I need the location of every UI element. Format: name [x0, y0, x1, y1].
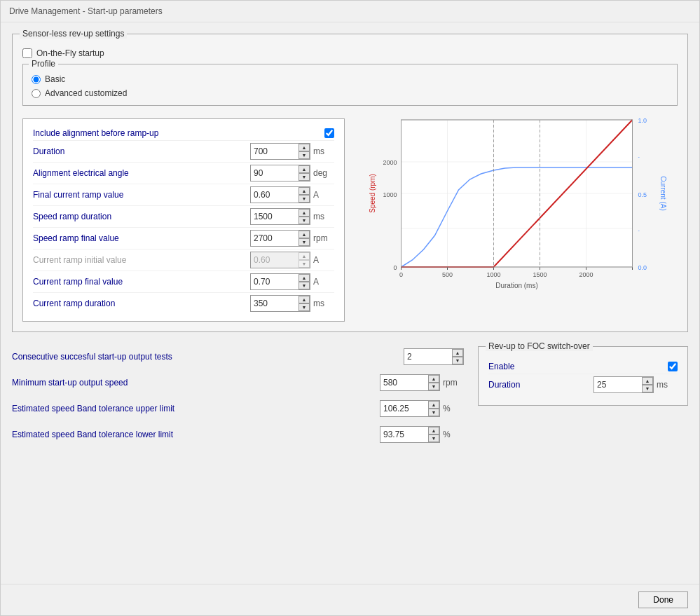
min-speed-label: Minimum start-up output speed — [12, 378, 380, 388]
final-current-ramp-spinner: ▲ ▼ — [250, 186, 310, 203]
band-upper-label: Estimated speed Band tolerance upper lim… — [12, 404, 380, 413]
current-ramp-final-input[interactable] — [251, 274, 298, 289]
min-speed-down-btn[interactable]: ▼ — [428, 383, 439, 390]
speed-ramp-duration-row: Speed ramp duration ▲ ▼ ms — [33, 206, 334, 228]
revup-duration-up-btn[interactable]: ▲ — [642, 377, 653, 385]
svg-text:Current (A): Current (A) — [659, 176, 667, 210]
speed-ramp-duration-up-btn[interactable]: ▲ — [298, 209, 310, 217]
consecutive-row: Consecutive succesful start-up output te… — [12, 346, 464, 368]
revup-enable-row: Enable — [488, 360, 678, 374]
current-ramp-duration-spinner-btns: ▲ ▼ — [298, 296, 310, 311]
band-lower-input[interactable] — [380, 427, 428, 442]
revup-duration-down-btn[interactable]: ▼ — [642, 385, 653, 392]
band-upper-down-btn[interactable]: ▼ — [428, 409, 439, 416]
revup-enable-input-wrap — [668, 362, 678, 371]
include-alignment-row: Include alignment before ramp-up — [33, 126, 334, 141]
consecutive-down-btn[interactable]: ▼ — [452, 357, 463, 364]
alignment-angle-unit: deg — [313, 168, 334, 178]
profile-advanced-radio[interactable] — [32, 89, 41, 98]
svg-text:1500: 1500 — [533, 271, 547, 278]
current-ramp-duration-up-btn[interactable]: ▲ — [298, 296, 310, 303]
alignment-angle-spinner-btns: ▲ ▼ — [298, 165, 310, 181]
include-alignment-checkbox[interactable] — [324, 128, 334, 138]
min-speed-up-btn[interactable]: ▲ — [428, 375, 439, 383]
current-ramp-duration-label: Current ramp duration — [33, 299, 250, 308]
current-ramp-final-up-btn[interactable]: ▲ — [298, 274, 310, 282]
svg-text:-: - — [638, 154, 640, 159]
content-area: Sensor-less rev-up settings On-the-Fly s… — [1, 22, 699, 584]
band-upper-spinner: ▲ ▼ — [380, 400, 440, 417]
revup-duration-input[interactable] — [594, 377, 642, 392]
profile-basic-label: Basic — [45, 74, 65, 84]
current-ramp-initial-row: Current ramp initial value ▲ ▼ A — [33, 249, 334, 271]
revup-duration-spinner-btns: ▲ ▼ — [642, 377, 653, 392]
duration-input[interactable] — [251, 144, 298, 159]
duration-input-wrap: ▲ ▼ ms — [250, 143, 334, 160]
duration-up-btn[interactable]: ▲ — [298, 144, 310, 151]
revup-group-title: Rev-up to FOC switch-over — [486, 341, 593, 351]
done-button[interactable]: Done — [638, 591, 688, 608]
speed-ramp-final-input[interactable] — [251, 231, 298, 246]
band-lower-up-btn[interactable]: ▲ — [428, 427, 439, 434]
speed-ramp-final-down-btn[interactable]: ▼ — [298, 238, 310, 246]
final-current-ramp-down-btn[interactable]: ▼ — [298, 195, 310, 203]
revup-group: Rev-up to FOC switch-over Enable Duratio… — [478, 346, 688, 406]
svg-text:0: 0 — [393, 264, 397, 271]
min-speed-input[interactable] — [380, 375, 428, 390]
current-ramp-initial-down-btn: ▼ — [298, 260, 310, 268]
current-ramp-duration-row: Current ramp duration ▲ ▼ ms — [33, 293, 334, 314]
alignment-angle-down-btn[interactable]: ▼ — [298, 173, 310, 181]
consecutive-up-btn[interactable]: ▲ — [452, 349, 463, 357]
current-ramp-initial-up-btn: ▲ — [298, 252, 310, 260]
current-ramp-final-down-btn[interactable]: ▼ — [298, 282, 310, 289]
profile-group: Profile Basic Advanced customized — [22, 64, 678, 106]
current-ramp-initial-spinner: ▲ ▼ — [250, 252, 310, 268]
band-upper-up-btn[interactable]: ▲ — [428, 401, 439, 409]
speed-ramp-duration-input[interactable] — [251, 209, 298, 224]
band-lower-spinner-btns: ▲ ▼ — [428, 427, 439, 442]
on-the-fly-checkbox[interactable] — [22, 48, 32, 58]
final-current-ramp-up-btn[interactable]: ▲ — [298, 187, 310, 195]
band-lower-label: Estimated speed Band tolerance lower lim… — [12, 430, 380, 439]
profile-basic-radio[interactable] — [32, 75, 41, 84]
alignment-angle-up-btn[interactable]: ▲ — [298, 165, 310, 173]
band-lower-spinner: ▲ ▼ — [380, 426, 440, 443]
min-speed-row: Minimum start-up output speed ▲ ▼ rpm — [12, 372, 464, 394]
current-ramp-duration-input[interactable] — [251, 296, 298, 311]
min-speed-spinner-btns: ▲ ▼ — [428, 375, 439, 390]
revup-duration-spinner: ▲ ▼ — [593, 376, 654, 393]
alignment-angle-input[interactable] — [251, 165, 298, 181]
band-upper-input[interactable] — [380, 401, 428, 416]
bottom-left: Consecutive succesful start-up output te… — [12, 346, 464, 445]
duration-label: Duration — [33, 146, 250, 156]
min-speed-unit: rpm — [443, 378, 464, 388]
band-lower-down-btn[interactable]: ▼ — [428, 434, 439, 442]
final-current-ramp-input-wrap: ▲ ▼ A — [250, 186, 334, 203]
svg-text:500: 500 — [442, 271, 453, 278]
speed-ramp-final-up-btn[interactable]: ▲ — [298, 231, 310, 238]
alignment-angle-input-wrap: ▲ ▼ deg — [250, 165, 334, 182]
duration-unit: ms — [313, 146, 334, 156]
current-ramp-final-row: Current ramp final value ▲ ▼ A — [33, 271, 334, 293]
speed-ramp-duration-down-btn[interactable]: ▼ — [298, 217, 310, 224]
svg-text:0.0: 0.0 — [638, 264, 647, 271]
title-bar: Drive Management - Start-up parameters — [1, 1, 699, 22]
current-ramp-duration-unit: ms — [313, 299, 334, 308]
speed-ramp-duration-spinner: ▲ ▼ — [250, 208, 310, 225]
revup-enable-label: Enable — [488, 362, 668, 371]
current-ramp-initial-input-wrap: ▲ ▼ A — [250, 252, 334, 268]
min-speed-spinner: ▲ ▼ — [380, 374, 440, 391]
duration-down-btn[interactable]: ▼ — [298, 151, 310, 159]
speed-ramp-duration-spinner-btns: ▲ ▼ — [298, 209, 310, 224]
profile-basic-row: Basic — [32, 74, 668, 84]
consecutive-input-wrap: ▲ ▼ — [404, 348, 464, 365]
profile-advanced-row: Advanced customized — [32, 88, 668, 98]
speed-ramp-final-label: Speed ramp final value — [33, 233, 250, 243]
current-ramp-final-unit: A — [313, 277, 334, 287]
current-ramp-final-label: Current ramp final value — [33, 277, 250, 287]
current-ramp-duration-down-btn[interactable]: ▼ — [298, 303, 310, 311]
consecutive-input[interactable] — [404, 349, 452, 364]
final-current-ramp-unit: A — [313, 190, 334, 200]
final-current-ramp-input[interactable] — [251, 187, 298, 203]
revup-enable-checkbox[interactable] — [668, 362, 678, 371]
